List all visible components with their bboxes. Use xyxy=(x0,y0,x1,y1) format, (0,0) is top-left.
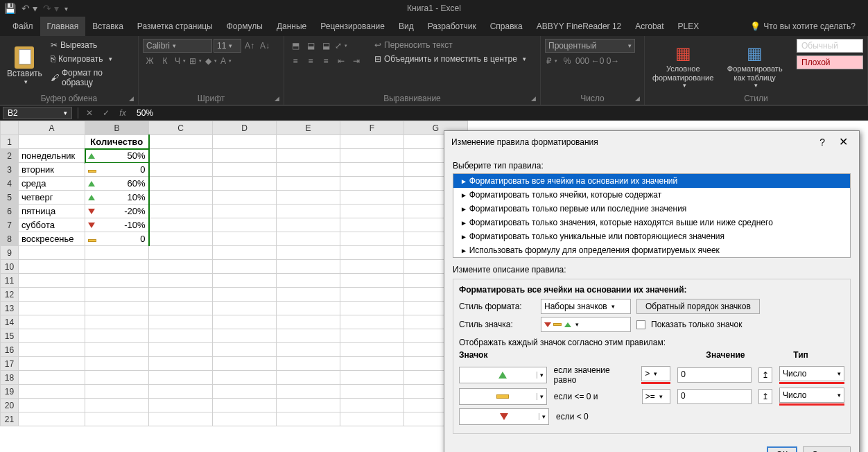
cell[interactable] xyxy=(213,218,277,232)
tab-layout[interactable]: Разметка страницы xyxy=(130,17,220,36)
cell[interactable]: 50% xyxy=(85,149,149,163)
cell[interactable] xyxy=(213,232,277,246)
cell[interactable] xyxy=(340,260,404,274)
format-style-combo[interactable]: Наборы значков▾ xyxy=(541,299,631,314)
cell[interactable] xyxy=(85,399,149,412)
cell[interactable] xyxy=(213,191,277,205)
rule2-type-combo[interactable]: Число▾ xyxy=(779,388,844,403)
cell[interactable] xyxy=(213,412,277,426)
cell[interactable] xyxy=(85,343,149,357)
cell[interactable] xyxy=(213,246,277,260)
cell[interactable] xyxy=(19,329,85,343)
cell[interactable] xyxy=(213,288,277,302)
cell[interactable] xyxy=(340,135,404,149)
cell[interactable] xyxy=(149,191,213,205)
cell[interactable] xyxy=(149,246,213,260)
style-bad[interactable]: Плохой xyxy=(797,55,863,69)
column-header[interactable]: D xyxy=(213,121,277,135)
tab-file[interactable]: Файл xyxy=(6,17,40,36)
help-icon[interactable]: ? xyxy=(819,137,825,148)
increase-font-icon[interactable]: A↑ xyxy=(243,39,257,53)
cell[interactable] xyxy=(149,274,213,288)
cell[interactable] xyxy=(340,357,404,371)
rule-type-item[interactable]: Форматировать только ячейки, которые сод… xyxy=(453,188,850,202)
cell[interactable] xyxy=(149,288,213,302)
column-header[interactable]: A xyxy=(19,121,85,135)
formula-input[interactable]: 50% xyxy=(131,108,868,118)
cell[interactable] xyxy=(85,260,149,274)
style-normal[interactable]: Обычный xyxy=(797,39,863,53)
cell[interactable] xyxy=(85,315,149,329)
cell[interactable] xyxy=(277,205,340,218)
align-top-icon[interactable]: ⬒ xyxy=(288,39,302,53)
row-header[interactable]: 4 xyxy=(1,177,19,191)
cell[interactable] xyxy=(85,288,149,302)
row-header[interactable]: 6 xyxy=(1,205,19,218)
row-header[interactable]: 7 xyxy=(1,218,19,232)
cell[interactable] xyxy=(213,371,277,385)
cell[interactable] xyxy=(19,246,85,260)
align-middle-icon[interactable]: ⬓ xyxy=(304,39,318,53)
rule2-operator-combo[interactable]: >=▾ xyxy=(642,389,670,404)
rule-type-item[interactable]: Форматировать только первые или последни… xyxy=(453,202,850,216)
tab-developer[interactable]: Разработчик xyxy=(421,17,483,36)
align-center-icon[interactable]: ≡ xyxy=(304,54,318,68)
cell[interactable] xyxy=(340,302,404,315)
cell[interactable]: Количество xyxy=(85,135,149,149)
cell[interactable] xyxy=(213,357,277,371)
tab-insert[interactable]: Вставка xyxy=(85,17,130,36)
column-header[interactable]: F xyxy=(340,121,404,135)
column-header[interactable]: B xyxy=(85,121,149,135)
row-header[interactable]: 17 xyxy=(1,357,19,371)
cell[interactable] xyxy=(277,412,340,426)
cell[interactable] xyxy=(19,302,85,315)
cell[interactable] xyxy=(277,315,340,329)
cell[interactable] xyxy=(340,232,404,246)
cell[interactable] xyxy=(149,371,213,385)
cell[interactable] xyxy=(149,343,213,357)
rule-type-item[interactable]: Использовать формулу для определения фор… xyxy=(453,243,850,257)
font-size-combo[interactable]: 11▾ xyxy=(214,39,241,53)
underline-button[interactable]: Ч▾ xyxy=(173,54,187,68)
fill-color-button[interactable]: ◆▾ xyxy=(204,54,218,68)
rule-type-list[interactable]: Форматировать все ячейки на основании их… xyxy=(453,173,851,258)
cell[interactable]: пятница xyxy=(19,205,85,218)
cell[interactable] xyxy=(340,329,404,343)
cell[interactable]: суббота xyxy=(19,218,85,232)
row-header[interactable]: 10 xyxy=(1,260,19,274)
tab-view[interactable]: Вид xyxy=(392,17,421,36)
cell[interactable] xyxy=(340,385,404,399)
format-painter-button[interactable]: 🖌Формат по образцу xyxy=(48,67,134,89)
close-icon[interactable]: ✕ xyxy=(835,135,852,148)
cell[interactable]: среда xyxy=(19,177,85,191)
launcher-icon[interactable]: ◢ xyxy=(635,95,640,102)
cell[interactable] xyxy=(85,385,149,399)
conditional-format-button[interactable]: ▦ Условное форматирование▾ xyxy=(649,39,717,92)
cell[interactable] xyxy=(340,149,404,163)
row-header[interactable]: 1 xyxy=(1,135,19,149)
row-header[interactable]: 12 xyxy=(1,288,19,302)
cancel-formula-icon[interactable]: ✕ xyxy=(81,108,98,118)
paste-button[interactable]: Вставить▾ xyxy=(4,39,45,92)
cell[interactable] xyxy=(149,149,213,163)
cell[interactable]: вторник xyxy=(19,163,85,177)
cell[interactable] xyxy=(213,302,277,315)
cell[interactable] xyxy=(340,315,404,329)
select-all-corner[interactable] xyxy=(1,121,19,135)
cell[interactable] xyxy=(149,163,213,177)
cell[interactable] xyxy=(149,135,213,149)
cell[interactable] xyxy=(213,329,277,343)
orientation-icon[interactable]: ⤢▾ xyxy=(334,39,348,53)
cell[interactable] xyxy=(149,399,213,412)
cell[interactable] xyxy=(340,343,404,357)
icon3-combo[interactable]: ▾ xyxy=(459,408,549,425)
cell[interactable]: понедельник xyxy=(19,149,85,163)
cell[interactable]: 60% xyxy=(85,177,149,191)
qat-customize-icon[interactable]: ▾ xyxy=(64,5,68,12)
cell[interactable] xyxy=(277,232,340,246)
cell[interactable] xyxy=(149,232,213,246)
tab-data[interactable]: Данные xyxy=(270,17,313,36)
launcher-icon[interactable]: ◢ xyxy=(531,95,536,102)
format-as-table-button[interactable]: ▦ Форматировать как таблицу▾ xyxy=(720,39,790,92)
number-format-combo[interactable]: Процентный▾ xyxy=(545,39,635,53)
